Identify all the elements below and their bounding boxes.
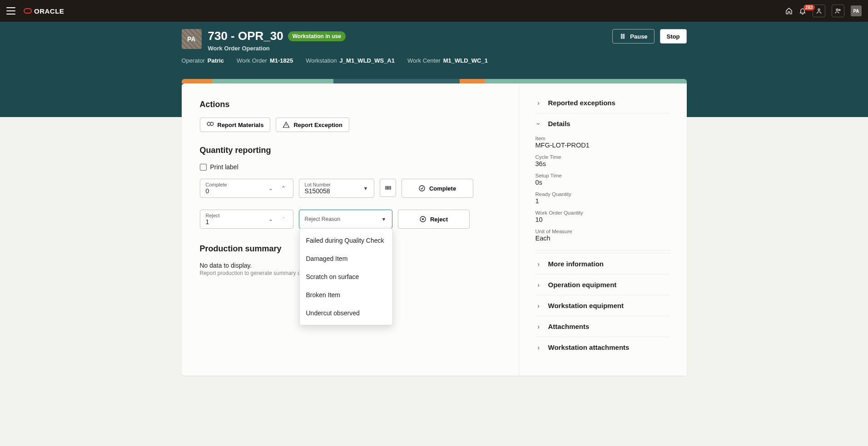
more-information-title: More information xyxy=(548,260,604,268)
lot-field-label: Lot Number xyxy=(305,182,331,187)
ready-qty-label: Ready Quantity xyxy=(536,191,670,197)
wo-qty-label: Work Order Quantity xyxy=(536,210,670,216)
stop-button[interactable]: Stop xyxy=(660,29,687,44)
wo-qty-value: 10 xyxy=(536,216,670,223)
uom-value: Each xyxy=(536,235,670,242)
hamburger-icon[interactable] xyxy=(6,7,15,15)
chevron-up-icon[interactable]: ⌃ xyxy=(279,184,288,192)
reject-reason-option[interactable]: Failed during Quality Check xyxy=(300,231,392,250)
chevron-up-icon[interactable]: ⌃ xyxy=(279,215,288,223)
workstation-label: Workstation xyxy=(306,57,337,64)
details-content: ItemMFG-LOT-PROD1 Cycle Time36s Setup Ti… xyxy=(536,134,670,250)
side-column: › Reported exceptions › Details ItemMFG-… xyxy=(519,83,687,376)
reject-button[interactable]: Reject xyxy=(398,210,470,229)
setup-time-value: 0s xyxy=(536,179,670,186)
barcode-icon xyxy=(384,184,392,191)
hero-meta: OperatorPatric Work OrderM1-1825 Worksta… xyxy=(182,57,687,73)
banner-strip xyxy=(182,79,687,83)
reject-reason-dropdown: Failed during Quality Check Damaged Item… xyxy=(299,228,393,325)
cycle-time-value: 36s xyxy=(536,160,670,167)
pause-label: Pause xyxy=(630,33,647,40)
workstation-attachments-accordion[interactable]: › Workstation attachments xyxy=(536,337,670,358)
complete-button-label: Complete xyxy=(429,185,456,192)
svg-point-1 xyxy=(836,9,838,10)
workorder-label: Work Order xyxy=(237,57,267,64)
reported-exceptions-accordion[interactable]: › Reported exceptions xyxy=(536,96,670,113)
details-accordion[interactable]: › Details xyxy=(536,113,670,134)
barcode-scan-button[interactable] xyxy=(380,179,396,197)
page: Actions Report Materials Report Exceptio… xyxy=(182,79,687,376)
chevron-right-icon: › xyxy=(536,344,542,351)
uom-label: Unit of Measure xyxy=(536,229,670,234)
reject-field-value: 1 xyxy=(206,218,220,225)
bell-icon[interactable]: 283 xyxy=(799,7,806,15)
cycle-time-label: Cycle Time xyxy=(536,154,670,160)
status-badge: Workstation in use xyxy=(288,31,346,41)
workstation-equipment-title: Workstation equipment xyxy=(548,302,624,309)
ready-qty-value: 1 xyxy=(536,197,670,205)
chevron-down-icon: › xyxy=(535,121,542,127)
caret-down-icon[interactable]: ▼ xyxy=(382,216,387,222)
attachments-accordion[interactable]: › Attachments xyxy=(536,316,670,337)
group-icon[interactable] xyxy=(832,5,844,17)
operator-value: Patric xyxy=(208,57,224,64)
more-information-accordion[interactable]: › More information xyxy=(536,253,670,274)
check-circle-icon xyxy=(418,185,426,192)
home-icon[interactable] xyxy=(785,7,793,15)
report-exception-button[interactable]: Report Exception xyxy=(276,118,349,132)
print-label-checkbox[interactable]: Print label xyxy=(200,163,501,171)
details-title: Details xyxy=(548,120,570,127)
lot-number-field[interactable]: Lot Number S150058 ▼ xyxy=(299,179,374,198)
chevron-right-icon: › xyxy=(536,281,542,289)
pause-button[interactable]: Pause xyxy=(612,29,654,44)
svg-point-0 xyxy=(818,9,820,10)
stop-label: Stop xyxy=(667,33,680,40)
chevron-down-icon[interactable]: ⌄ xyxy=(267,215,275,223)
workstation-value: J_M1_WLD_WS_A1 xyxy=(340,57,395,64)
reject-reason-option[interactable]: Damaged Item xyxy=(300,250,392,268)
reject-reason-option[interactable]: Broken Item xyxy=(300,286,392,304)
hero-avatar: PA xyxy=(182,29,202,49)
report-materials-button[interactable]: Report Materials xyxy=(200,118,271,132)
reported-exceptions-title: Reported exceptions xyxy=(548,99,615,107)
chevron-down-icon[interactable]: ⌄ xyxy=(267,184,275,192)
checkbox-icon xyxy=(200,164,207,171)
operation-equipment-accordion[interactable]: › Operation equipment xyxy=(536,274,670,295)
main-column: Actions Report Materials Report Exceptio… xyxy=(182,83,519,376)
main-card: Actions Report Materials Report Exceptio… xyxy=(182,83,687,376)
item-value: MFG-LOT-PROD1 xyxy=(536,142,670,149)
operation-equipment-title: Operation equipment xyxy=(548,281,617,289)
complete-button[interactable]: Complete xyxy=(402,179,473,198)
reject-button-label: Reject xyxy=(430,216,448,223)
reject-reason-option[interactable]: Undercut observed xyxy=(300,304,392,322)
print-label-text: Print label xyxy=(210,163,238,171)
materials-icon xyxy=(207,121,214,128)
brand-logo: ORACLE xyxy=(24,7,64,15)
reject-reason-field[interactable]: Reject Reason ▼ Failed during Quality Ch… xyxy=(299,210,392,229)
quantity-heading: Quantity reporting xyxy=(200,146,501,155)
lot-field-value: S150058 xyxy=(305,187,331,195)
svg-point-2 xyxy=(839,9,840,10)
page-subtitle: Work Order Operation xyxy=(208,45,346,52)
item-label: Item xyxy=(536,136,670,141)
worker-icon[interactable] xyxy=(813,5,825,17)
workstation-attachments-title: Workstation attachments xyxy=(548,343,630,351)
caret-down-icon[interactable]: ▼ xyxy=(363,186,368,191)
complete-field-label: Complete xyxy=(206,182,227,187)
page-title: 730 - OPR_30 xyxy=(208,29,283,43)
x-circle-icon xyxy=(419,216,427,223)
chevron-right-icon: › xyxy=(536,323,542,330)
oracle-o-icon xyxy=(24,8,32,14)
reject-quantity-field[interactable]: Reject 1 ⌄ ⌃ xyxy=(200,210,293,229)
avatar[interactable]: PA xyxy=(851,5,862,16)
svg-rect-4 xyxy=(624,34,625,38)
svg-point-5 xyxy=(419,186,425,191)
complete-quantity-field[interactable]: Complete 0 ⌄ ⌃ xyxy=(200,179,293,198)
brand-text: ORACLE xyxy=(34,7,64,15)
workcenter-label: Work Center xyxy=(407,57,441,64)
topbar: ORACLE 283 PA xyxy=(0,0,868,22)
warning-icon xyxy=(283,121,290,128)
reject-reason-option[interactable]: Scratch on surface xyxy=(300,268,392,286)
pause-icon xyxy=(619,33,626,40)
workstation-equipment-accordion[interactable]: › Workstation equipment xyxy=(536,295,670,316)
